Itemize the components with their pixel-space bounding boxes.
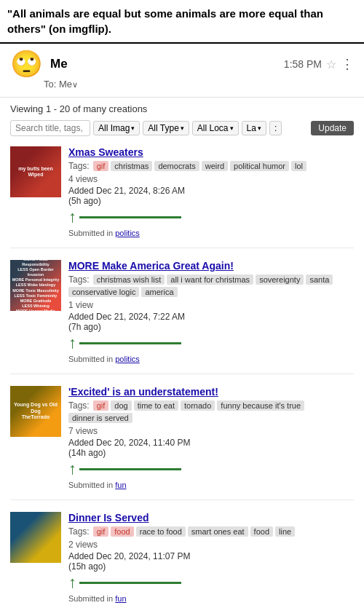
meme-item: Dinner Is Served Tags: gif food race to … bbox=[10, 512, 354, 613]
meme-title[interactable]: MORE Make America Great Again! bbox=[68, 260, 354, 272]
tag[interactable]: funny because it's true bbox=[217, 400, 304, 411]
filter-type[interactable]: All Type ▾ bbox=[143, 121, 189, 135]
green-line bbox=[79, 216, 181, 218]
meme-item: my butts beenWlped Xmas Sweaters Tags: g… bbox=[10, 146, 354, 248]
meme-title[interactable]: 'Excited' is an understatement! bbox=[68, 386, 354, 398]
tag[interactable]: santa bbox=[306, 275, 333, 285]
meme-thumbnail bbox=[10, 512, 61, 563]
submitted-link[interactable]: politics bbox=[115, 229, 140, 237]
chevron-down-icon: ▾ bbox=[258, 125, 261, 132]
tag[interactable]: gif bbox=[93, 526, 109, 537]
green-line bbox=[79, 342, 181, 344]
submitted-link[interactable]: politics bbox=[115, 355, 140, 363]
tag[interactable]: line bbox=[275, 526, 295, 537]
submitted-link[interactable]: fun bbox=[115, 481, 126, 489]
green-arrow-icon: ↑ bbox=[68, 208, 76, 226]
main-content: Viewing 1 - 20 of many creations All Ima… bbox=[0, 98, 364, 616]
tag[interactable]: gif bbox=[93, 400, 109, 411]
tag[interactable]: weird bbox=[202, 161, 228, 171]
chevron-down-icon: ▾ bbox=[230, 125, 234, 132]
filter-location[interactable]: All Loca ▾ bbox=[192, 121, 239, 135]
quote-text: "All animals are equal but some animals … bbox=[7, 7, 323, 35]
green-line bbox=[79, 582, 181, 584]
thumb-text: Young Dog vs Old DogTheTorrado bbox=[10, 400, 61, 422]
tag[interactable]: lol bbox=[291, 161, 306, 171]
thumb-text: my butts beenWlped bbox=[17, 165, 54, 180]
tag[interactable]: christmas wish list bbox=[93, 275, 165, 285]
tag[interactable]: race to food bbox=[136, 526, 186, 537]
top-banner: "All animals are equal but some animals … bbox=[0, 0, 364, 44]
avatar-emoji: 🙄 bbox=[10, 51, 43, 77]
filter-image-type[interactable]: All Imag ▾ bbox=[93, 121, 140, 135]
chevron-down-icon[interactable]: ∨ bbox=[72, 80, 78, 89]
filter-extra[interactable]: : bbox=[269, 121, 282, 135]
tag[interactable]: christmas bbox=[111, 161, 152, 171]
green-arrow-icon: ↑ bbox=[68, 333, 76, 352]
chevron-down-icon: ▾ bbox=[131, 125, 135, 132]
submitted-text: Submitted in politics bbox=[68, 229, 354, 237]
views-text: 7 views bbox=[68, 426, 354, 436]
thumb-text: MORE Love of CountryLESS Love of Marxism… bbox=[10, 260, 61, 311]
submitted-text: Submitted in fun bbox=[68, 594, 354, 603]
submitted-text: Submitted in fun bbox=[68, 481, 354, 489]
green-arrow-icon: ↑ bbox=[68, 459, 76, 478]
meme-thumbnail: MORE Love of CountryLESS Love of Marxism… bbox=[10, 260, 61, 311]
meme-title[interactable]: Xmas Sweaters bbox=[68, 146, 354, 158]
tags-row: Tags: gif christmas democrats weird poli… bbox=[68, 161, 354, 171]
tag[interactable]: smart ones eat bbox=[188, 526, 248, 537]
filter-lang[interactable]: La ▾ bbox=[242, 121, 266, 135]
thumb-text bbox=[34, 536, 37, 539]
meme-info: Xmas Sweaters Tags: gif christmas democr… bbox=[68, 146, 354, 237]
meme-item: MORE Love of CountryLESS Love of Marxism… bbox=[10, 260, 354, 374]
submitted-link[interactable]: fun bbox=[115, 594, 126, 603]
tag[interactable]: dog bbox=[111, 400, 131, 411]
filter-bar: All Imag ▾ All Type ▾ All Loca ▾ La ▾ : … bbox=[10, 120, 354, 136]
tag[interactable]: gif bbox=[93, 161, 109, 171]
tag[interactable]: conservative logic bbox=[68, 287, 139, 297]
tag[interactable]: america bbox=[141, 287, 177, 297]
viewing-text: Viewing 1 - 20 of many creations bbox=[10, 103, 354, 114]
meme-info: 'Excited' is an understatement! Tags: gi… bbox=[68, 386, 354, 489]
tag[interactable]: dinner is served bbox=[68, 413, 132, 423]
search-input[interactable] bbox=[10, 120, 90, 136]
meme-info: Dinner Is Served Tags: gif food race to … bbox=[68, 512, 354, 603]
meme-item: Young Dog vs Old DogTheTorrado 'Excited'… bbox=[10, 386, 354, 500]
tag[interactable]: food bbox=[111, 526, 133, 537]
arrow-row: ↑ bbox=[68, 208, 354, 226]
green-line bbox=[79, 468, 181, 470]
tag[interactable]: democrats bbox=[154, 161, 199, 171]
tags-row: Tags: gif dog time to eat tornado funny … bbox=[68, 400, 354, 423]
meme-info: MORE Make America Great Again! Tags: chr… bbox=[68, 260, 354, 363]
to-label: To: Me bbox=[44, 79, 72, 90]
tags-label: Tags: bbox=[68, 400, 90, 411]
added-text: Added Dec 20, 2024, 11:40 PM (14h ago) bbox=[68, 438, 354, 458]
arrow-row: ↑ bbox=[68, 459, 354, 478]
tag[interactable]: time to eat bbox=[134, 400, 178, 411]
tag[interactable]: all i want for christmas bbox=[167, 275, 253, 285]
update-button[interactable]: Update bbox=[311, 121, 354, 135]
green-arrow-icon: ↑ bbox=[68, 573, 76, 592]
meme-title[interactable]: Dinner Is Served bbox=[68, 512, 354, 524]
tag[interactable]: sovereignty bbox=[256, 275, 304, 285]
tag[interactable]: food bbox=[250, 526, 273, 537]
tags-label: Tags: bbox=[68, 526, 90, 537]
views-text: 1 view bbox=[68, 300, 354, 310]
added-text: Added Dec 20, 2024, 11:07 PM (15h ago) bbox=[68, 551, 354, 572]
tags-label: Tags: bbox=[68, 161, 90, 171]
meme-thumbnail: Young Dog vs Old DogTheTorrado bbox=[10, 386, 61, 437]
chevron-down-icon: ▾ bbox=[181, 125, 184, 132]
arrow-row: ↑ bbox=[68, 333, 354, 352]
email-header: 🙄 Me 1:58 PM ☆ ⋮ To: Me∨ bbox=[0, 44, 364, 98]
tag[interactable]: tornado bbox=[181, 400, 215, 411]
tags-row: Tags: gif food race to food smart ones e… bbox=[68, 526, 354, 537]
tag[interactable]: political humor bbox=[230, 161, 289, 171]
tags-label: Tags: bbox=[68, 275, 90, 285]
meme-thumbnail: my butts beenWlped bbox=[10, 146, 61, 197]
more-options-icon[interactable]: ⋮ bbox=[341, 56, 354, 72]
added-text: Added Dec 21, 2024, 8:26 AM (5h ago) bbox=[68, 186, 354, 206]
added-text: Added Dec 21, 2024, 7:22 AM (7h ago) bbox=[68, 312, 354, 332]
tags-row: Tags: christmas wish list all i want for… bbox=[68, 275, 354, 297]
email-time: 1:58 PM bbox=[284, 58, 322, 70]
star-icon[interactable]: ☆ bbox=[326, 58, 336, 71]
views-text: 4 views bbox=[68, 174, 354, 184]
